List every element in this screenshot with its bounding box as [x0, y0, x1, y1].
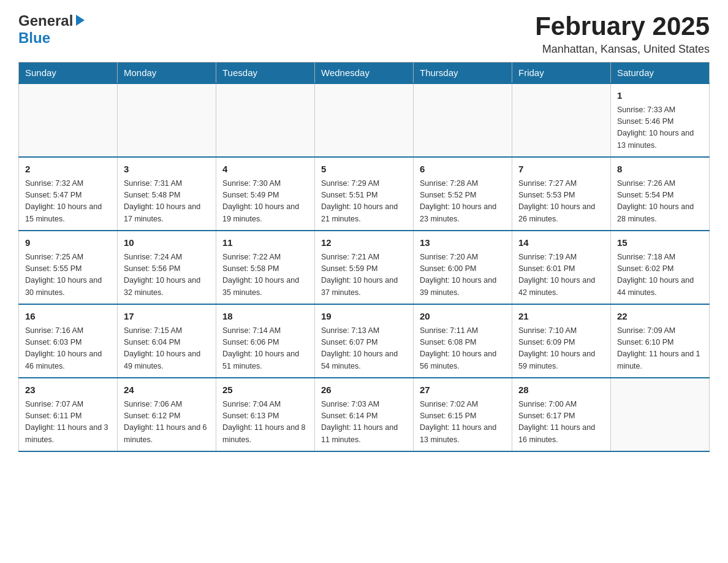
calendar-cell: 10Sunrise: 7:24 AMSunset: 5:56 PMDayligh… [118, 231, 216, 304]
calendar-cell: 26Sunrise: 7:03 AMSunset: 6:14 PMDayligh… [315, 378, 414, 451]
location-text: Manhattan, Kansas, United States [535, 43, 710, 56]
day-info: Sunrise: 7:15 AMSunset: 6:04 PMDaylight:… [124, 325, 210, 373]
day-info: Sunrise: 7:28 AMSunset: 5:52 PMDaylight:… [420, 178, 506, 226]
weekday-header-monday: Monday [118, 63, 216, 84]
day-info: Sunrise: 7:32 AMSunset: 5:47 PMDaylight:… [25, 178, 111, 226]
calendar-cell: 27Sunrise: 7:02 AMSunset: 6:15 PMDayligh… [414, 378, 512, 451]
calendar-cell: 5Sunrise: 7:29 AMSunset: 5:51 PMDaylight… [315, 157, 414, 231]
day-number: 25 [222, 383, 308, 397]
calendar-cell: 25Sunrise: 7:04 AMSunset: 6:13 PMDayligh… [216, 378, 315, 451]
day-info: Sunrise: 7:19 AMSunset: 6:01 PMDaylight:… [518, 251, 604, 299]
page-header: General Blue February 2025 Manhattan, Ka… [18, 12, 710, 56]
day-number: 9 [25, 236, 111, 250]
logo-blue-text: Blue [18, 29, 50, 46]
weekday-header-thursday: Thursday [414, 63, 512, 84]
day-info: Sunrise: 7:24 AMSunset: 5:56 PMDaylight:… [124, 251, 210, 299]
day-number: 15 [617, 236, 703, 250]
day-number: 22 [617, 310, 703, 324]
calendar-cell [118, 83, 216, 157]
day-number: 23 [25, 383, 111, 397]
calendar-cell [611, 378, 710, 451]
day-number: 1 [617, 89, 703, 103]
day-number: 21 [518, 310, 604, 324]
calendar-cell [512, 83, 611, 157]
calendar-cell: 18Sunrise: 7:14 AMSunset: 6:06 PMDayligh… [216, 304, 315, 378]
day-info: Sunrise: 7:30 AMSunset: 5:49 PMDaylight:… [222, 178, 308, 226]
day-number: 3 [124, 163, 210, 177]
day-number: 17 [124, 310, 210, 324]
calendar-header-row: SundayMondayTuesdayWednesdayThursdayFrid… [19, 63, 710, 84]
calendar-week-row: 2Sunrise: 7:32 AMSunset: 5:47 PMDaylight… [19, 157, 710, 231]
day-info: Sunrise: 7:00 AMSunset: 6:17 PMDaylight:… [518, 399, 604, 446]
day-info: Sunrise: 7:04 AMSunset: 6:13 PMDaylight:… [222, 399, 308, 446]
weekday-header-friday: Friday [512, 63, 611, 84]
day-number: 24 [124, 383, 210, 397]
day-number: 6 [420, 163, 506, 177]
calendar-cell: 28Sunrise: 7:00 AMSunset: 6:17 PMDayligh… [512, 378, 611, 451]
calendar-cell: 24Sunrise: 7:06 AMSunset: 6:12 PMDayligh… [118, 378, 216, 451]
day-info: Sunrise: 7:02 AMSunset: 6:15 PMDaylight:… [420, 399, 506, 446]
day-number: 20 [420, 310, 506, 324]
calendar-cell: 9Sunrise: 7:25 AMSunset: 5:55 PMDaylight… [19, 231, 118, 304]
calendar-cell: 16Sunrise: 7:16 AMSunset: 6:03 PMDayligh… [19, 304, 118, 378]
calendar-cell: 4Sunrise: 7:30 AMSunset: 5:49 PMDaylight… [216, 157, 315, 231]
day-number: 11 [222, 236, 308, 250]
calendar-cell: 1Sunrise: 7:33 AMSunset: 5:46 PMDaylight… [611, 83, 710, 157]
day-info: Sunrise: 7:26 AMSunset: 5:54 PMDaylight:… [617, 178, 703, 226]
day-info: Sunrise: 7:20 AMSunset: 6:00 PMDaylight:… [420, 251, 506, 299]
calendar-cell [19, 83, 118, 157]
calendar-cell: 14Sunrise: 7:19 AMSunset: 6:01 PMDayligh… [512, 231, 611, 304]
calendar-cell: 3Sunrise: 7:31 AMSunset: 5:48 PMDaylight… [118, 157, 216, 231]
day-info: Sunrise: 7:29 AMSunset: 5:51 PMDaylight:… [321, 178, 407, 226]
day-info: Sunrise: 7:33 AMSunset: 5:46 PMDaylight:… [617, 104, 703, 152]
day-number: 16 [25, 310, 111, 324]
logo: General Blue [18, 12, 85, 47]
weekday-header-sunday: Sunday [19, 63, 118, 84]
calendar-cell [216, 83, 315, 157]
weekday-header-tuesday: Tuesday [216, 63, 315, 84]
day-info: Sunrise: 7:27 AMSunset: 5:53 PMDaylight:… [518, 178, 604, 226]
day-info: Sunrise: 7:14 AMSunset: 6:06 PMDaylight:… [222, 325, 308, 373]
calendar-cell: 6Sunrise: 7:28 AMSunset: 5:52 PMDaylight… [414, 157, 512, 231]
day-info: Sunrise: 7:09 AMSunset: 6:10 PMDaylight:… [617, 325, 703, 373]
day-info: Sunrise: 7:25 AMSunset: 5:55 PMDaylight:… [25, 251, 111, 299]
day-number: 12 [321, 236, 407, 250]
calendar-cell: 19Sunrise: 7:13 AMSunset: 6:07 PMDayligh… [315, 304, 414, 378]
day-number: 5 [321, 163, 407, 177]
calendar-week-row: 16Sunrise: 7:16 AMSunset: 6:03 PMDayligh… [19, 304, 710, 378]
calendar-cell: 17Sunrise: 7:15 AMSunset: 6:04 PMDayligh… [118, 304, 216, 378]
calendar-cell: 23Sunrise: 7:07 AMSunset: 6:11 PMDayligh… [19, 378, 118, 451]
calendar-cell [414, 83, 512, 157]
calendar-cell: 20Sunrise: 7:11 AMSunset: 6:08 PMDayligh… [414, 304, 512, 378]
day-info: Sunrise: 7:31 AMSunset: 5:48 PMDaylight:… [124, 178, 210, 226]
calendar-cell: 8Sunrise: 7:26 AMSunset: 5:54 PMDaylight… [611, 157, 710, 231]
day-info: Sunrise: 7:03 AMSunset: 6:14 PMDaylight:… [321, 399, 407, 446]
day-number: 28 [518, 383, 604, 397]
day-info: Sunrise: 7:18 AMSunset: 6:02 PMDaylight:… [617, 251, 703, 299]
day-number: 19 [321, 310, 407, 324]
calendar-cell: 22Sunrise: 7:09 AMSunset: 6:10 PMDayligh… [611, 304, 710, 378]
logo-triangle-icon [76, 15, 85, 26]
calendar-cell: 11Sunrise: 7:22 AMSunset: 5:58 PMDayligh… [216, 231, 315, 304]
day-number: 14 [518, 236, 604, 250]
calendar-table: SundayMondayTuesdayWednesdayThursdayFrid… [18, 62, 710, 452]
day-info: Sunrise: 7:11 AMSunset: 6:08 PMDaylight:… [420, 325, 506, 373]
title-block: February 2025 Manhattan, Kansas, United … [535, 12, 710, 56]
calendar-week-row: 9Sunrise: 7:25 AMSunset: 5:55 PMDaylight… [19, 231, 710, 304]
day-number: 2 [25, 163, 111, 177]
calendar-cell: 13Sunrise: 7:20 AMSunset: 6:00 PMDayligh… [414, 231, 512, 304]
day-info: Sunrise: 7:10 AMSunset: 6:09 PMDaylight:… [518, 325, 604, 373]
calendar-cell: 15Sunrise: 7:18 AMSunset: 6:02 PMDayligh… [611, 231, 710, 304]
day-number: 4 [222, 163, 308, 177]
day-number: 7 [518, 163, 604, 177]
calendar-week-row: 23Sunrise: 7:07 AMSunset: 6:11 PMDayligh… [19, 378, 710, 451]
calendar-cell: 12Sunrise: 7:21 AMSunset: 5:59 PMDayligh… [315, 231, 414, 304]
calendar-cell [315, 83, 414, 157]
weekday-header-saturday: Saturday [611, 63, 710, 84]
day-number: 27 [420, 383, 506, 397]
day-info: Sunrise: 7:22 AMSunset: 5:58 PMDaylight:… [222, 251, 308, 299]
day-info: Sunrise: 7:06 AMSunset: 6:12 PMDaylight:… [124, 399, 210, 446]
calendar-cell: 2Sunrise: 7:32 AMSunset: 5:47 PMDaylight… [19, 157, 118, 231]
calendar-cell: 21Sunrise: 7:10 AMSunset: 6:09 PMDayligh… [512, 304, 611, 378]
calendar-week-row: 1Sunrise: 7:33 AMSunset: 5:46 PMDaylight… [19, 83, 710, 157]
